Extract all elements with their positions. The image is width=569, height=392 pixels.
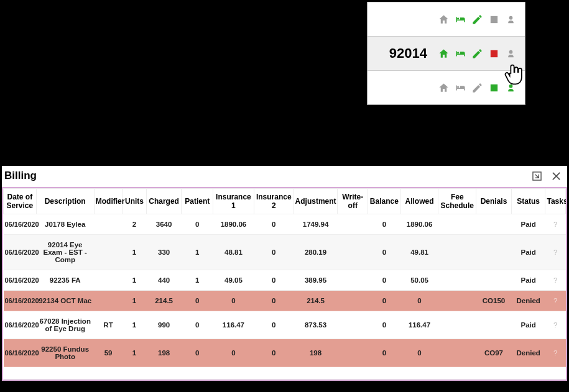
col-modifier[interactable]: Modifier [94,189,123,214]
cell-bal: 0 [368,311,401,339]
table-row[interactable]: 06/16/202092250 Fundus Photo591198000198… [4,339,566,367]
square-icon[interactable] [488,14,501,25]
cell-tasks: ? [545,339,566,367]
col-status[interactable]: Status [511,189,545,214]
cell-fee [438,214,476,235]
cell-wo [338,214,368,235]
svg-point-0 [457,17,459,19]
cell-status: Denied [511,291,545,311]
house-icon[interactable] [437,14,450,25]
cell-adj: 873.53 [294,311,338,339]
cell-desc: 92250 Fundus Photo [36,339,94,367]
svg-rect-3 [491,50,497,57]
col-insurance1[interactable]: Insurance 1 [213,189,254,214]
col-insurance2[interactable]: Insurance 2 [254,189,294,214]
cell-dos: 06/16/2020 [4,235,37,270]
cell-wo [338,311,368,339]
square-icon[interactable] [488,48,501,60]
col-units[interactable]: Units [123,189,146,214]
table-row[interactable]: 06/16/202067028 Injection of Eye DrugRT1… [4,311,566,339]
house-icon[interactable] [437,82,450,94]
cell-ins1: 1890.06 [213,214,254,235]
table-row[interactable]: 06/16/202092014 Eye Exam - EST - Comp133… [4,235,566,270]
close-icon[interactable] [552,171,561,181]
cell-ins2: 0 [254,291,294,311]
cell-tasks: ? [545,270,566,291]
bed-icon[interactable] [454,48,467,60]
svg-point-2 [457,52,459,53]
cell-den [476,311,512,339]
cell-mod [94,291,123,311]
cell-charged: 990 [146,311,182,339]
popup-row-1 [368,2,525,36]
cell-allow: 50.05 [400,270,438,291]
col-charged[interactable]: Charged [146,189,182,214]
cell-dos: 06/16/2020 [4,339,37,367]
cell-adj: 389.95 [294,270,338,291]
pencil-icon[interactable] [471,82,484,94]
person-icon[interactable] [504,14,517,25]
popup-row-3 [368,70,525,104]
billing-panel: Billing Date of Service Description Modi… [2,166,567,381]
col-dos[interactable]: Date of Service [4,189,37,214]
person-icon[interactable] [504,82,517,94]
bed-icon[interactable] [454,14,467,25]
cell-ins2: 0 [254,339,294,367]
cell-fee [438,235,476,270]
col-denials[interactable]: Denials [476,189,512,214]
col-description[interactable]: Description [36,189,94,214]
cell-allow: 49.81 [400,235,438,270]
cell-ins2: 0 [254,235,294,270]
cell-ins1: 49.05 [213,270,254,291]
cell-units: 1 [123,291,146,311]
svg-rect-5 [491,84,497,91]
person-icon[interactable] [504,48,517,60]
table-row[interactable]: 06/16/2020J0178 Eylea2364001890.0601749.… [4,214,566,235]
col-allowed[interactable]: Allowed [400,189,438,214]
table-row[interactable]: 06/16/202092235 FA1440149.050389.95050.0… [4,270,566,291]
cell-bal: 0 [368,270,401,291]
cell-desc: 92014 Eye Exam - EST - Comp [36,235,94,270]
cell-mod [94,235,123,270]
cell-desc: J0178 Eylea [36,214,94,235]
cell-fee [438,270,476,291]
cell-dos: 06/16/2020 [4,291,37,311]
cell-patient: 1 [182,270,213,291]
cell-adj: 1749.94 [294,214,338,235]
cell-tasks: ? [545,235,566,270]
cell-allow: 1890.06 [400,214,438,235]
cell-units: 1 [123,235,146,270]
cell-units: 1 [123,311,146,339]
cell-ins1: 48.81 [213,235,254,270]
cell-allow: 0 [400,291,438,311]
cell-status: Paid [511,235,545,270]
square-icon[interactable] [488,82,501,94]
table-row[interactable]: 06/16/202092134 OCT Mac1214.5000214.500C… [4,291,566,311]
cell-charged: 330 [146,235,182,270]
cell-status: Paid [511,311,545,339]
cell-den: CO150 [476,291,512,311]
col-patient[interactable]: Patient [182,189,213,214]
cell-charged: 214.5 [146,291,182,311]
col-writeoff[interactable]: Write-off [338,189,368,214]
cell-fee [438,311,476,339]
billing-table: Date of Service Description Modifier Uni… [3,188,566,380]
cell-ins1: 0 [213,339,254,367]
cell-mod: RT [94,311,123,339]
col-tasks[interactable]: Tasks [545,189,566,214]
cell-ins1: 0 [213,291,254,311]
col-feeschedule[interactable]: Fee Schedule [438,189,476,214]
cell-patient: 0 [182,214,213,235]
cell-allow: 0 [400,339,438,367]
cell-mod: 59 [94,339,123,367]
pencil-icon[interactable] [471,48,484,60]
cell-den [476,270,512,291]
pencil-icon[interactable] [471,14,484,25]
cell-tasks: ? [545,214,566,235]
col-balance[interactable]: Balance [368,189,401,214]
bed-icon[interactable] [454,82,467,94]
cell-den [476,235,512,270]
expand-icon[interactable] [532,171,542,181]
col-adjustment[interactable]: Adjustment [294,189,338,214]
house-icon[interactable] [437,48,450,60]
